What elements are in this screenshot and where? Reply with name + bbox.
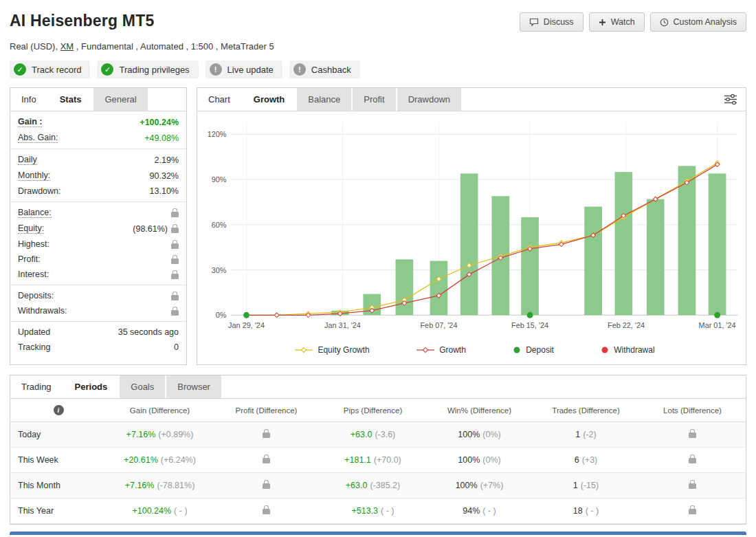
cell-diff: ( - ) xyxy=(482,506,496,516)
plus-icon xyxy=(599,19,606,26)
lock-icon xyxy=(171,295,179,300)
table-cell xyxy=(213,473,320,498)
stat-value xyxy=(171,208,179,217)
info-icon[interactable]: i xyxy=(54,405,64,415)
legend-label: Deposit xyxy=(526,345,554,355)
periods-tabs: TradingPeriodsGoalsBrowser xyxy=(10,375,746,399)
cell-value: +63.0 xyxy=(346,481,368,490)
stats-content: Gain :+100.24%Abs. Gain:+49.08%Daily2.19… xyxy=(10,111,186,358)
table-cell xyxy=(213,498,320,524)
periods-panel: TradingPeriodsGoalsBrowser iGain (Differ… xyxy=(10,375,746,525)
stat-label: Updated xyxy=(18,327,50,337)
discuss-button[interactable]: Discuss xyxy=(520,12,583,32)
discuss-button-label: Discuss xyxy=(544,17,574,27)
stat-label: Gain : xyxy=(18,117,42,127)
cell-diff: (-385.2) xyxy=(370,481,400,490)
table-cell: 18( - ) xyxy=(533,498,639,524)
column-header-pips: Pips (Difference) xyxy=(320,399,426,422)
tab-chart[interactable]: Chart xyxy=(197,88,241,111)
legend-label: Growth xyxy=(439,345,466,355)
cell-value: 1 xyxy=(573,481,578,490)
chart-panel: ChartGrowthBalanceProfitDrawdown 0%30%60… xyxy=(197,87,746,365)
page: AI Heisenberg MT5 Discuss Watch xyxy=(0,0,756,535)
lock-icon xyxy=(171,243,179,249)
badges-row: ✓ Track record ✓ Trading privileges ! Li… xyxy=(10,61,746,78)
stat-row: Withdrawals: xyxy=(10,303,186,318)
tab-stats[interactable]: Stats xyxy=(49,88,93,111)
broker-link[interactable]: XM xyxy=(60,41,74,52)
svg-text:Feb 22, '24: Feb 22, '24 xyxy=(608,321,645,329)
column-header-gain: Gain (Difference) xyxy=(107,399,213,422)
cell-value: +7.16% xyxy=(126,430,156,439)
stat-value xyxy=(171,240,179,249)
tab-info[interactable]: Info xyxy=(10,88,47,111)
chart-settings-icon[interactable] xyxy=(724,88,746,111)
table-cell xyxy=(639,473,746,498)
custom-analysis-button[interactable]: Custom Analysis xyxy=(650,12,746,32)
column-header-win: Win% (Difference) xyxy=(426,399,533,422)
table-cell: +100.24%( - ) xyxy=(107,498,213,524)
cell-value: 94% xyxy=(463,506,480,516)
table-cell: 1(-15) xyxy=(533,473,639,498)
exclamation-circle-icon: ! xyxy=(210,63,222,76)
table-cell: +7.16%(-78.81%) xyxy=(107,473,213,498)
tab-browser[interactable]: Browser xyxy=(166,375,221,398)
tab-profit[interactable]: Profit xyxy=(353,88,395,111)
table-cell: 100%(+7%) xyxy=(426,473,533,498)
tab-goals[interactable]: Goals xyxy=(120,375,165,398)
tab-balance[interactable]: Balance xyxy=(297,88,351,111)
tab-periods[interactable]: Periods xyxy=(64,375,119,398)
stat-value: 35 seconds ago xyxy=(118,327,179,337)
cell-diff: ( - ) xyxy=(586,506,599,516)
growth-legend-icon xyxy=(416,346,434,354)
stat-value xyxy=(171,255,179,264)
stat-value: 2.19% xyxy=(155,155,179,165)
table-cell xyxy=(639,498,746,524)
stat-value xyxy=(171,307,179,316)
stat-row: Balance: xyxy=(10,205,186,221)
cell-diff: (0%) xyxy=(482,430,500,439)
tab-drawdown[interactable]: Drawdown xyxy=(397,88,461,111)
speech-bubble-icon xyxy=(529,18,539,27)
stat-label: Deposits: xyxy=(18,291,54,300)
badge-cashback[interactable]: ! Cashback xyxy=(289,61,360,78)
tab-growth[interactable]: Growth xyxy=(243,88,296,111)
stat-label: Drawdown: xyxy=(18,186,61,196)
tab-general[interactable]: General xyxy=(93,88,147,111)
legend-label: Withdrawal xyxy=(614,345,654,355)
cell-value: +181.1 xyxy=(344,455,371,465)
badge-label: Trading privileges xyxy=(119,65,189,75)
svg-text:Feb 15, '24: Feb 15, '24 xyxy=(511,321,548,329)
watch-button[interactable]: Watch xyxy=(589,12,645,32)
lock-icon xyxy=(171,310,179,316)
stat-group: Updated35 seconds agoTracking0 xyxy=(10,322,186,358)
table-cell: 1(-2) xyxy=(533,422,639,448)
table-cell: +63.0(-385.2) xyxy=(320,473,426,498)
stat-label: Tracking xyxy=(18,342,50,352)
check-circle-icon: ✓ xyxy=(14,63,26,76)
cell-diff: (+6.24%) xyxy=(161,455,196,465)
badge-track-record[interactable]: ✓ Track record xyxy=(10,61,90,78)
table-row: Today+7.16%(+0.89%)+63.0(-3.6)100%(0%)1(… xyxy=(10,422,746,448)
custom-analysis-button-label: Custom Analysis xyxy=(674,17,737,27)
badge-trading-privileges[interactable]: ✓ Trading privileges xyxy=(97,61,198,78)
check-circle-icon: ✓ xyxy=(101,63,113,76)
stat-row: Interest: xyxy=(10,267,186,282)
tab-trading[interactable]: Trading xyxy=(10,375,63,398)
stat-row: Daily2.19% xyxy=(10,152,186,168)
cell-diff: ( - ) xyxy=(174,506,187,516)
cell-value: +7.16% xyxy=(125,481,155,490)
lock-icon xyxy=(171,274,179,279)
badge-live-update[interactable]: ! Live update xyxy=(205,61,282,78)
account-subtitle: Real (USD), XM , Fundamental , Automated… xyxy=(10,41,746,52)
stat-value: (98.61%) xyxy=(133,224,179,234)
column-header-profit: Profit (Difference) xyxy=(213,399,320,422)
table-cell: 6(+3) xyxy=(533,448,639,473)
table-cell: +7.16%(+0.89%) xyxy=(107,422,213,448)
growth-chart[interactable]: 0%30%60%90%120%Jan 29, '24Jan 31, '24Feb… xyxy=(200,114,743,341)
badge-label: Cashback xyxy=(311,65,351,75)
stat-row: Highest: xyxy=(10,237,186,252)
lock-icon xyxy=(263,483,270,489)
svg-text:30%: 30% xyxy=(212,266,227,274)
exclamation-circle-icon: ! xyxy=(293,63,306,76)
